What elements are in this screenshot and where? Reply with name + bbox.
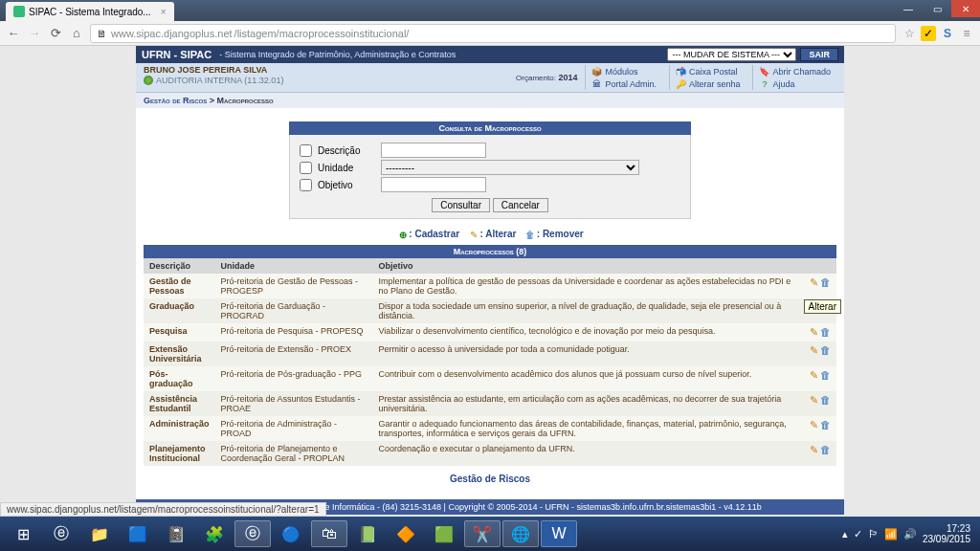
page-icon: 🗎 bbox=[97, 28, 107, 39]
window-close-icon[interactable]: ✕ bbox=[951, 0, 980, 17]
cell-objetivo: Coordenação e executar o planejamento da… bbox=[373, 441, 802, 466]
link-modulos[interactable]: 📦Módulos bbox=[585, 65, 669, 77]
row-delete-icon[interactable]: 🗑 bbox=[819, 344, 831, 356]
logout-button[interactable]: SAIR bbox=[800, 48, 838, 61]
row-edit-icon[interactable]: ✎ bbox=[808, 394, 819, 406]
chk-unidade[interactable] bbox=[300, 162, 312, 174]
row-delete-icon[interactable]: 🗑 bbox=[819, 419, 831, 430]
link-portal[interactable]: 🏛Portal Admin. bbox=[585, 77, 669, 90]
row-edit-icon[interactable]: ✎ bbox=[808, 419, 819, 430]
task-app5[interactable]: 📗 bbox=[349, 520, 386, 547]
cell-unidade: Pró-reitoria de Extensão - PROEX bbox=[215, 342, 373, 366]
row-edit-icon[interactable]: ✎ bbox=[808, 369, 819, 381]
back-link[interactable]: Gestão de Riscos bbox=[450, 474, 530, 484]
cell-objetivo: Viabilizar o desenvolvimento científico,… bbox=[373, 323, 802, 342]
row-edit-icon[interactable]: ✎ bbox=[808, 327, 819, 339]
orcamento-label: Orçamento: bbox=[516, 74, 556, 82]
task-store[interactable]: 🛍 bbox=[311, 520, 347, 547]
row-delete-icon[interactable]: 🗑 bbox=[819, 326, 831, 338]
link-senha[interactable]: 🔑Alterar senha bbox=[669, 77, 753, 90]
status-bar: www.sipac.djangoplus.net/listagem/macrop… bbox=[0, 502, 326, 517]
table-row: AdministraçãoPró-reitoria de Administraç… bbox=[144, 416, 836, 441]
table-row: Assistência EstudantilPró-reitoria de As… bbox=[144, 391, 836, 416]
cancelar-button[interactable]: Cancelar bbox=[493, 198, 548, 212]
tab-favicon bbox=[13, 6, 25, 17]
row-delete-icon[interactable]: 🗑 bbox=[819, 394, 831, 406]
key-icon: 🔑 bbox=[676, 78, 686, 89]
task-app6[interactable]: 🔶 bbox=[388, 520, 424, 547]
info-bar: BRUNO JOSE PEREIRA SILVA AUDITORIA INTER… bbox=[136, 63, 844, 93]
tray-volume-icon[interactable]: 🔊 bbox=[903, 528, 917, 540]
link-ajuda[interactable]: ?Ajuda bbox=[752, 77, 836, 90]
tray-clock[interactable]: 17:23 23/09/2015 bbox=[923, 523, 970, 544]
task-app2[interactable]: 📓 bbox=[158, 520, 194, 547]
tray-network-icon[interactable]: 📶 bbox=[884, 528, 898, 540]
cell-descricao: Gestão de Pessoas bbox=[144, 274, 215, 298]
task-app3[interactable]: 🧩 bbox=[196, 520, 233, 547]
row-edit-icon[interactable]: ✎ bbox=[808, 444, 819, 455]
search-panel-title: Consulta de Macroprocesso bbox=[289, 121, 691, 135]
cell-descricao: Administração bbox=[144, 416, 215, 441]
home-icon[interactable]: ⌂ bbox=[69, 26, 84, 41]
task-chrome[interactable]: 🌐 bbox=[502, 520, 539, 547]
window-maximize-icon[interactable]: ▭ bbox=[923, 0, 951, 17]
task-ie[interactable]: ⓔ bbox=[43, 520, 79, 547]
lbl-descricao: Descrição bbox=[318, 145, 375, 156]
tab-title: SIPAC - Sistema Integrado... bbox=[29, 7, 151, 17]
portal-icon: 🏛 bbox=[591, 78, 602, 89]
link-caixa[interactable]: 📬Caixa Postal bbox=[669, 65, 753, 77]
consultar-button[interactable]: Consultar bbox=[432, 198, 490, 212]
browser-toolbar: ← → ⟳ ⌂ 🗎 www.sipac.djangoplus.net /list… bbox=[0, 21, 980, 46]
task-explorer[interactable]: 📁 bbox=[81, 520, 118, 547]
select-unidade[interactable]: --------- bbox=[381, 160, 639, 175]
task-word[interactable]: W bbox=[541, 520, 577, 547]
tray-flag-icon[interactable]: 🏳 bbox=[868, 528, 879, 540]
url-path: /listagem/macroprocessoinstitucional/ bbox=[234, 28, 410, 39]
browser-tab[interactable]: SIPAC - Sistema Integrado... × bbox=[6, 2, 174, 21]
mailbox-icon: 📬 bbox=[676, 66, 686, 77]
taskbar: ⊞ ⓔ 📁 🟦 📓 🧩 ⓔ 🔵 🛍 📗 🔶 🟩 ✂️ 🌐 W ▴ ✓ 🏳 📶 🔊… bbox=[0, 517, 980, 551]
tab-close-icon[interactable]: × bbox=[161, 7, 167, 17]
cell-objetivo: Garantir o adequado funcionamento das ár… bbox=[373, 416, 802, 441]
cell-objetivo: Dispor a toda sociedade um ensino superi… bbox=[373, 298, 802, 323]
task-app1[interactable]: 🟦 bbox=[120, 520, 156, 547]
search-panel: Consulta de Macroprocesso Descrição Unid… bbox=[289, 121, 691, 219]
cell-unidade: Pró-reitoria de Administração - PROAD bbox=[215, 416, 373, 441]
edit-icon: ✎ bbox=[467, 229, 479, 241]
system-select[interactable]: --- MUDAR DE SISTEMA --- bbox=[667, 48, 796, 61]
chk-descricao[interactable] bbox=[300, 144, 312, 157]
start-button[interactable]: ⊞ bbox=[5, 520, 41, 547]
window-minimize-icon[interactable]: — bbox=[894, 0, 923, 17]
extension-icon[interactable]: S bbox=[940, 26, 955, 41]
task-ie-active[interactable]: ⓔ bbox=[234, 520, 271, 547]
tray-norton-icon[interactable]: ✓ bbox=[854, 528, 862, 540]
row-edit-icon[interactable]: ✎ bbox=[808, 277, 819, 289]
task-app4[interactable]: 🔵 bbox=[273, 520, 309, 547]
row-edit-icon[interactable]: ✎ bbox=[808, 344, 819, 356]
row-delete-icon[interactable]: 🗑 bbox=[819, 369, 831, 381]
app-title: UFRN - SIPAC bbox=[142, 49, 212, 60]
address-bar[interactable]: 🗎 www.sipac.djangoplus.net /listagem/mac… bbox=[90, 24, 896, 43]
lbl-objetivo: Objetivo bbox=[318, 180, 375, 190]
input-descricao[interactable] bbox=[381, 143, 486, 158]
breadcrumb-root[interactable]: Gestão de Riscos bbox=[144, 96, 207, 105]
forward-icon[interactable]: → bbox=[27, 26, 42, 41]
input-objetivo[interactable] bbox=[381, 177, 486, 192]
cell-objetivo: Contribuir com o desenvolvimento acadêmi… bbox=[373, 366, 802, 391]
row-delete-icon[interactable]: 🗑 bbox=[819, 276, 831, 288]
table-row: GraduaçãoPró-reitoria de Garduação - PRO… bbox=[144, 298, 836, 323]
menu-icon[interactable]: ≡ bbox=[959, 26, 974, 41]
link-chamado[interactable]: 🔖Abrir Chamado bbox=[752, 65, 836, 77]
modules-icon: 📦 bbox=[591, 66, 602, 77]
chk-objetivo[interactable] bbox=[300, 179, 312, 191]
star-icon[interactable]: ☆ bbox=[902, 26, 917, 41]
tray-up-icon[interactable]: ▴ bbox=[842, 528, 848, 540]
back-icon[interactable]: ← bbox=[6, 26, 21, 41]
task-snip[interactable]: ✂️ bbox=[464, 520, 501, 547]
norton-icon[interactable]: ✓ bbox=[921, 26, 936, 41]
row-delete-icon[interactable]: 🗑 bbox=[819, 444, 831, 455]
table-row: Pós-graduaçãoPró-reitoria de Pós-graduaç… bbox=[144, 366, 836, 391]
reload-icon[interactable]: ⟳ bbox=[48, 26, 63, 41]
cell-unidade: Pró-reitoria de Planejamento e Coordenaç… bbox=[215, 441, 373, 466]
task-app7[interactable]: 🟩 bbox=[426, 520, 462, 547]
